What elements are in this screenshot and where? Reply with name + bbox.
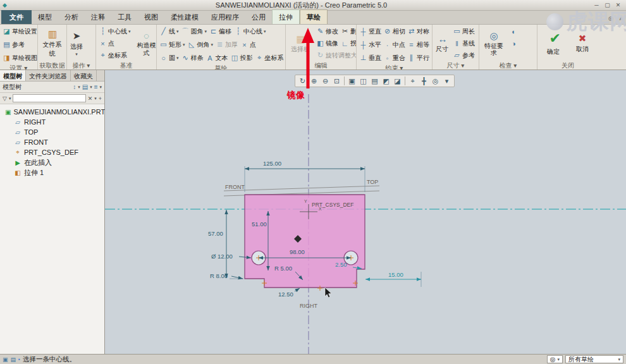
dim-notch[interactable]: 12.50 [278,288,300,298]
coincident-constraint-button[interactable]: ◦重合 [382,52,406,64]
maximize-button[interactable]: ▢ [602,2,613,8]
dim-corner-radius[interactable]: R 8.00 [210,272,243,279]
sketch-view-button[interactable]: ◨草绘视图 [1,52,36,64]
tree-item-front-plane[interactable]: ▱FRONT [0,137,104,147]
sketch-csys-button[interactable]: ⌖坐标系 [254,52,285,64]
tab-tools[interactable]: 工具 [111,10,138,24]
plane-display-icon[interactable]: ◩ [381,76,391,86]
construction-mode-button[interactable]: ◌构造模式 [133,25,157,61]
ok-button[interactable]: ✔确定 [539,25,568,61]
dimension-button[interactable]: ↔尺寸 [434,25,450,61]
browser-toggle-icon[interactable]: ▤ [11,356,16,363]
corner-button[interactable]: ∟拐角 [340,37,357,49]
parallel-constraint-button[interactable]: ∥平行 [406,52,430,64]
tree-columns-icon[interactable]: ▤ [82,83,88,90]
rotate-resize-button[interactable]: ↻旋转调整大小 [315,49,357,61]
fillet-button[interactable]: ⌒圆角▾ [180,25,209,37]
tab-favorites[interactable]: 收藏夹 [71,70,97,81]
line-button[interactable]: ╱线▾ [158,25,180,37]
dim-edge-offset[interactable]: 15.00 [365,271,421,287]
datum-centerline-button[interactable]: ┆中心线▾ [97,25,132,37]
vertical-constraint-button[interactable]: ┼竖直 [358,25,382,37]
tab-applications[interactable]: 应用程序 [205,10,245,24]
tree-filter-input[interactable] [13,94,85,102]
ribbon-collapse-icon[interactable]: ∧ [616,15,626,24]
select-button[interactable]: ➤选择▾ [68,25,85,61]
datum-display-filter-icon[interactable]: ▤ [369,76,380,86]
datum-point-button[interactable]: ×点 [97,37,132,49]
saved-views-icon[interactable]: ▣ [347,76,357,86]
baseline-button[interactable]: ‖基线 [451,37,476,49]
tree-item-insert-here[interactable]: ▶在此插入 [0,157,104,167]
horizontal-constraint-button[interactable]: ┼水平 [358,39,382,51]
command-search-icon[interactable]: ◎ [606,15,616,24]
csys-display-icon[interactable]: ╋ [419,76,429,86]
dim-height[interactable]: 57.00 [208,210,243,279]
filter-add-icon[interactable]: + [99,95,102,102]
perimeter-button[interactable]: ▭周长 [451,25,476,37]
tree-item-top-plane[interactable]: ▱TOP [0,127,104,137]
selection-filter-dropdown[interactable]: 所有草绘 ▾ [565,355,623,363]
tab-flexible-modeling[interactable]: 柔性建模 [164,10,205,24]
filter-clear-icon[interactable]: ✕ [88,95,93,102]
tree-item-right-plane[interactable]: ▱RIGHT [0,117,104,127]
tab-folder-browser[interactable]: 文件夹浏览器 [26,70,71,81]
symmetric-constraint-button[interactable]: ⇄对称 [406,25,430,37]
tangent-constraint-button[interactable]: ⊘相切 [382,25,406,37]
tree-item-extrude-1[interactable]: ◧拉伸 1 [0,167,104,178]
graphics-area[interactable]: FRONT TOP RIGHT [105,70,626,354]
refit-icon[interactable]: ⊡ [331,76,342,86]
tab-view[interactable]: 视图 [138,10,164,24]
tree-item-part[interactable]: ▣SANWEIJIANMOLIANXI.PRT [0,107,104,117]
project-button[interactable]: ◫投影 [230,52,254,64]
thicken-button[interactable]: ≣加厚 [214,39,239,51]
text-button[interactable]: A文本 [205,52,230,64]
tab-annotate[interactable]: 注释 [85,10,111,24]
zoom-in-icon[interactable]: ⊕ [309,76,319,86]
navigator-toggle-icon[interactable]: ▣ [3,356,8,363]
delete-segment-button[interactable]: ✂删除段 [340,25,357,37]
references-button[interactable]: ▤参考 [1,39,36,51]
filter-funnel-icon[interactable]: ▽ [3,95,7,102]
sketch-point-button[interactable]: ×点 [239,39,257,51]
annotation-display-icon[interactable]: ◎ [430,76,441,86]
tree-settings-icon[interactable]: ≡ [94,83,98,90]
rectangle-button[interactable]: ▭矩形▾ [158,39,187,51]
minimize-button[interactable]: ─ [591,2,602,8]
point-display-icon[interactable]: ⌖ [407,76,418,86]
tab-analysis[interactable]: 分析 [58,10,85,24]
sketch-section[interactable] [245,195,365,288]
sketch-setup-button[interactable]: ◪草绘设置 [1,25,36,37]
display-style-icon[interactable]: ◫ [358,76,369,86]
highlight-open-ends-button[interactable]: ◐ [508,25,519,37]
chamfer-button[interactable]: ◺倒角▾ [187,39,215,51]
cancel-button[interactable]: ✖取消 [569,25,596,61]
file-system-button[interactable]: ▥文件系统 [39,25,65,61]
datum-csys-button[interactable]: ⌖坐标系 [97,49,132,61]
mirror-button[interactable]: ◧镜像 [315,37,340,49]
tree-columns-caret-icon[interactable]: ▾ [90,85,92,90]
tab-model[interactable]: 模型 [32,10,58,24]
dim-width[interactable]: 125.00 [245,160,365,192]
offset-button[interactable]: ⊏偏移 [208,25,233,37]
close-button[interactable]: ✕ [613,2,623,8]
tab-file[interactable]: 文件 [1,10,32,24]
midpoint-constraint-button[interactable]: ∙中点 [382,39,406,51]
circle-button[interactable]: ○圆▾ [158,52,180,64]
tree-item-csys[interactable]: ⌖PRT_CSYS_DEF [0,147,104,157]
perpendicular-constraint-button[interactable]: ⊥垂直 [358,52,382,64]
repaint-icon[interactable]: ↻ [297,76,308,86]
search-tool-button[interactable]: ◎ ▾ [547,355,563,363]
axis-display-icon[interactable]: ◪ [392,76,403,86]
zoom-out-icon[interactable]: ⊖ [320,76,331,86]
feature-requirements-button[interactable]: ◎特征要求 [481,25,507,61]
sketch-centerline-button[interactable]: ┆中心线▾ [233,25,267,37]
tab-model-tree[interactable]: 模型树 [0,70,26,81]
front-plane-edge[interactable] [224,186,379,191]
shade-closed-loops-button[interactable]: ◑ [508,37,519,49]
equal-constraint-button[interactable]: =相等 [406,39,430,51]
tab-common[interactable]: 公用 [245,10,272,24]
tree-toggle-caret-icon[interactable]: ▾ [78,85,80,90]
tab-sketch[interactable]: 草绘 [300,9,328,24]
toolbar-more-icon[interactable]: ▾ [441,76,452,86]
